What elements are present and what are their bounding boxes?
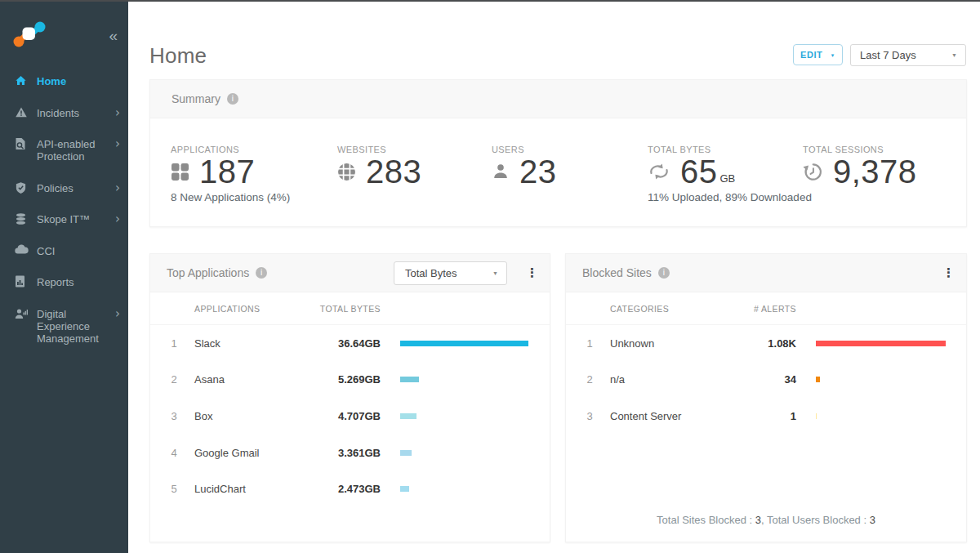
table-row[interactable]: 1Slack36.64GB <box>150 325 550 362</box>
alert-triangle-icon <box>15 106 28 119</box>
sidebar-item-digital-experience-management[interactable]: Digital Experience Management› <box>0 299 128 355</box>
table-row[interactable]: 5LucidChart2.473GB <box>150 470 550 507</box>
value-bar <box>400 413 416 419</box>
sidebar-collapse-icon[interactable]: « <box>109 27 118 45</box>
top-applications-card: Top Applications Total Bytes ▼ ⋮ APPLICA… <box>149 253 550 542</box>
chevron-right-icon: › <box>115 308 120 319</box>
stat-users: USERS23 <box>492 118 648 203</box>
cloud-icon <box>15 244 28 257</box>
table-row[interactable]: 2n/a34 <box>566 362 966 399</box>
chevron-right-icon: › <box>115 213 120 225</box>
sidebar-item-reports[interactable]: Reports <box>0 267 128 299</box>
table-row[interactable]: 1Unknown1.08K <box>566 325 966 362</box>
value-bar <box>816 377 820 382</box>
more-menu-icon[interactable]: ⋮ <box>942 271 951 275</box>
chevron-right-icon: › <box>115 138 120 149</box>
more-menu-icon[interactable]: ⋮ <box>526 271 534 275</box>
table-row[interactable]: 3Content Server1 <box>566 398 966 435</box>
home-icon <box>15 74 28 87</box>
metric-select[interactable]: Total Bytes ▼ <box>394 261 507 285</box>
blocked-sites-title: Blocked Sites <box>582 266 652 279</box>
blocked-sites-footer: Total Sites Blocked : 3, Total Users Blo… <box>566 514 966 526</box>
sidebar-item-incidents[interactable]: Incidents› <box>0 98 128 130</box>
main-content: Home EDIT▼ Last 7 Days ▼ Summary APPLICA… <box>128 0 980 553</box>
table-row[interactable]: 2Asana5.269GB <box>150 362 550 399</box>
value-bar <box>400 377 419 382</box>
user-icon <box>492 163 510 181</box>
blocked-sites-table-header: CATEGORIES # ALERTS <box>566 292 966 325</box>
date-range-select[interactable]: Last 7 Days ▼ <box>850 44 966 66</box>
sidebar-item-skope-it[interactable]: Skope IT™› <box>0 204 128 236</box>
shield-check-icon <box>15 181 28 194</box>
sidebar-item-cci[interactable]: CCI <box>0 236 128 268</box>
edit-button[interactable]: EDIT▼ <box>793 44 843 65</box>
blocked-sites-card: Blocked Sites ⋮ CATEGORIES # ALERTS 1Unk… <box>565 253 967 542</box>
report-icon <box>15 275 28 288</box>
stat-total-bytes: TOTAL BYTES65GB11% Uploaded, 89% Downloa… <box>648 118 803 203</box>
stat-websites: WEBSITES283 <box>337 118 492 203</box>
value-bar <box>400 486 409 492</box>
top-applications-title: Top Applications <box>167 266 249 279</box>
value-bar <box>816 413 817 419</box>
caret-down-icon: ▼ <box>830 53 835 58</box>
sync-arrows-icon <box>648 162 670 181</box>
info-icon[interactable] <box>658 267 670 279</box>
stat-applications: APPLICATIONS1878 New Applications (4%) <box>171 118 337 203</box>
apps-grid-icon <box>171 163 189 181</box>
sidebar-nav: HomeIncidents›API-enabled Protection›Pol… <box>0 66 128 355</box>
netskope-logo-icon <box>11 21 47 51</box>
caret-down-icon: ▼ <box>492 270 498 276</box>
table-row[interactable]: 4Google Gmail3.361GB <box>150 435 550 471</box>
summary-card: Summary APPLICATIONS1878 New Application… <box>149 79 967 227</box>
info-icon[interactable] <box>227 93 238 105</box>
page-title: Home <box>149 43 207 69</box>
sidebar-item-home[interactable]: Home <box>0 66 128 98</box>
sidebar-item-api-enabled-protection[interactable]: API-enabled Protection› <box>0 129 128 173</box>
caret-down-icon: ▼ <box>951 52 957 58</box>
user-signal-icon <box>15 307 28 320</box>
table-row[interactable]: 3Box4.707GB <box>150 398 550 435</box>
database-icon <box>15 212 28 225</box>
value-bar <box>400 450 412 456</box>
sidebar: « HomeIncidents›API-enabled Protection›P… <box>0 0 128 553</box>
summary-title: Summary <box>172 92 220 105</box>
history-clock-icon <box>803 162 823 182</box>
value-bar <box>400 341 528 346</box>
doc-search-icon <box>15 137 28 150</box>
top-applications-table-header: APPLICATIONS TOTAL BYTES <box>150 292 550 325</box>
globe-icon <box>337 163 356 181</box>
sidebar-item-policies[interactable]: Policies› <box>0 173 128 205</box>
info-icon[interactable] <box>256 267 267 279</box>
value-bar <box>816 341 946 346</box>
top-strip <box>0 0 980 2</box>
stat-total-sessions: TOTAL SESSIONS9,378 <box>803 118 974 203</box>
chevron-right-icon: › <box>115 107 120 118</box>
chevron-right-icon: › <box>115 182 120 194</box>
